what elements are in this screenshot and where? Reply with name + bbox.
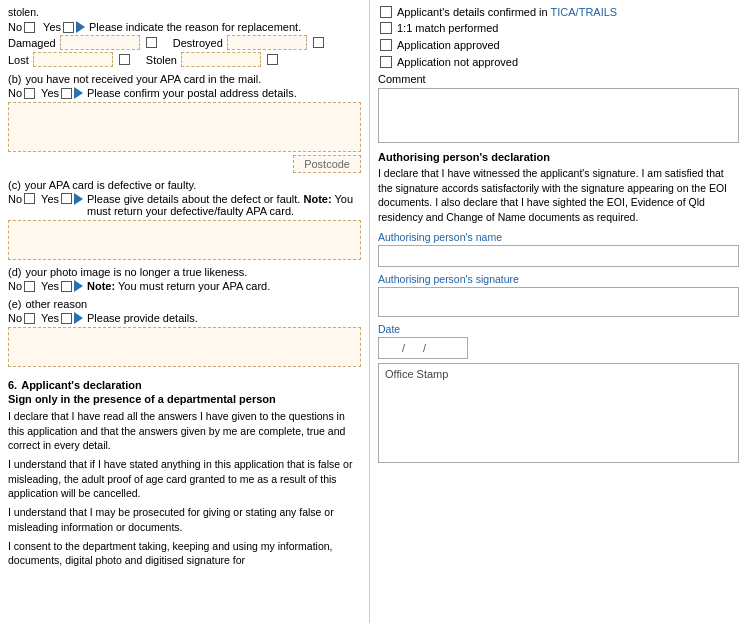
item1-label: Applicant's details confirmed in TICA/TR… [397, 6, 617, 18]
auth-sig-input[interactable] [378, 287, 739, 317]
section-c-arrow-icon [74, 193, 83, 205]
lost-stolen-row: Lost Stolen [8, 52, 361, 67]
section-b-textarea[interactable] [8, 102, 361, 152]
comment-label: Comment [378, 73, 739, 85]
section-e-textarea[interactable] [8, 327, 361, 367]
stolen-checkbox[interactable] [267, 54, 278, 65]
lost-input[interactable] [33, 52, 113, 67]
auth-sig-label: Authorising person's signature [378, 273, 739, 285]
declaration-subtitle: Sign only in the presence of a departmen… [8, 393, 361, 405]
section-c-text: your APA card is defective or faulty. [25, 179, 196, 191]
section-e: (e) other reason No Yes Please provide d… [8, 298, 361, 367]
section-e-title-row: (e) other reason [8, 298, 361, 310]
section-d-note: Note: You must return your APA card. [87, 280, 270, 292]
section-6-num: 6. [8, 379, 17, 391]
no-label: No [8, 21, 22, 33]
item1-row: Applicant's details confirmed in TICA/TR… [378, 6, 739, 18]
section-d-yes: Yes [41, 280, 59, 292]
section-d-no-checkbox[interactable] [24, 281, 35, 292]
para3: I understand that I may be prosecuted fo… [8, 505, 361, 534]
auth-section-title: Authorising person's declaration [378, 151, 739, 163]
section-b-text: you have not received your APA card in t… [25, 73, 261, 85]
arrow-icon [76, 21, 85, 33]
section-c-radio-row: No Yes Please give details about the def… [8, 193, 361, 217]
section-e-radio-row: No Yes Please provide details. [8, 312, 361, 324]
section-c-prompt: Please give details about the defect or … [87, 193, 361, 217]
right-column: Applicant's details confirmed in TICA/TR… [370, 0, 747, 623]
section-e-no: No [8, 312, 22, 324]
stolen-text: stolen. [8, 6, 361, 18]
section-b-arrow-icon [74, 87, 83, 99]
destroyed-checkbox[interactable] [313, 37, 324, 48]
section-e-label: (e) [8, 298, 21, 310]
section-6: 6. Applicant's declaration Sign only in … [8, 373, 361, 568]
item2-checkbox[interactable] [380, 22, 392, 34]
section-e-text: other reason [25, 298, 87, 310]
item2-row: 1:1 match performed [378, 22, 739, 34]
section-e-prompt: Please provide details. [87, 312, 198, 324]
para4: I consent to the department taking, keep… [8, 539, 361, 568]
damaged-destroyed-row: Damaged Destroyed [8, 35, 361, 50]
section-c: (c) your APA card is defective or faulty… [8, 179, 361, 260]
section-d-arrow-icon [74, 280, 83, 292]
damaged-input[interactable] [60, 35, 140, 50]
section-b-no: No [8, 87, 22, 99]
yes-checkbox[interactable] [63, 22, 74, 33]
section-b: (b) you have not received your APA card … [8, 73, 361, 173]
section-c-yes: Yes [41, 193, 59, 205]
section-b-radio-row: No Yes Please confirm your postal addres… [8, 87, 361, 99]
stolen-input[interactable] [181, 52, 261, 67]
section-e-arrow-icon [74, 312, 83, 324]
section-c-yes-checkbox[interactable] [61, 193, 72, 204]
section-c-no-checkbox[interactable] [24, 193, 35, 204]
tica-trails-link: TICA/TRAILS [551, 6, 618, 18]
section-c-no: No [8, 193, 22, 205]
item2-label: 1:1 match performed [397, 22, 499, 34]
section-e-no-checkbox[interactable] [24, 313, 35, 324]
item3-checkbox[interactable] [380, 39, 392, 51]
section-d-label: (d) [8, 266, 21, 278]
destroyed-label: Destroyed [173, 37, 223, 49]
stolen-label: Stolen [146, 54, 177, 66]
item3-label: Application approved [397, 39, 500, 51]
item4-checkbox[interactable] [380, 56, 392, 68]
section-c-textarea[interactable] [8, 220, 361, 260]
lost-checkbox[interactable] [119, 54, 130, 65]
office-stamp-label: Office Stamp [385, 368, 448, 380]
section-e-yes: Yes [41, 312, 59, 324]
auth-name-input[interactable] [378, 245, 739, 267]
replacement-prompt: Please indicate the reason for replaceme… [89, 21, 301, 33]
section-6-header-row: 6. Applicant's declaration [8, 373, 361, 391]
item4-row: Application not approved [378, 56, 739, 68]
para1: I declare that I have read all the answe… [8, 409, 361, 453]
damaged-checkbox[interactable] [146, 37, 157, 48]
section-d-yes-checkbox[interactable] [61, 281, 72, 292]
declaration-title: Applicant's declaration [21, 379, 142, 391]
section-d-radio-row: No Yes Note: You must return your APA ca… [8, 280, 361, 292]
section-b-prompt: Please confirm your postal address detai… [87, 87, 297, 99]
date-slash1: / [402, 342, 405, 354]
auth-section: Authorising person's declaration I decla… [378, 151, 739, 463]
postcode-label: Postcode [293, 155, 361, 173]
left-column: stolen. No Yes Please indicate the reaso… [0, 0, 370, 623]
section-d-text: your photo image is no longer a true lik… [25, 266, 247, 278]
para2: I understand that if I have stated anyth… [8, 457, 361, 501]
auth-para: I declare that I have witnessed the appl… [378, 166, 739, 225]
item4-label: Application not approved [397, 56, 518, 68]
date-input[interactable]: / / [378, 337, 468, 359]
section-b-title-row: (b) you have not received your APA card … [8, 73, 361, 85]
postcode-row: Postcode [8, 155, 361, 173]
no-checkbox[interactable] [24, 22, 35, 33]
section-b-yes-checkbox[interactable] [61, 88, 72, 99]
damaged-label: Damaged [8, 37, 56, 49]
section-b-label: (b) [8, 73, 21, 85]
section-e-yes-checkbox[interactable] [61, 313, 72, 324]
section-b-no-checkbox[interactable] [24, 88, 35, 99]
yes-label: Yes [43, 21, 61, 33]
section-b-yes: Yes [41, 87, 59, 99]
office-stamp-box: Office Stamp [378, 363, 739, 463]
item1-checkbox[interactable] [380, 6, 392, 18]
destroyed-input[interactable] [227, 35, 307, 50]
section-d-title-row: (d) your photo image is no longer a true… [8, 266, 361, 278]
comment-box[interactable] [378, 88, 739, 143]
